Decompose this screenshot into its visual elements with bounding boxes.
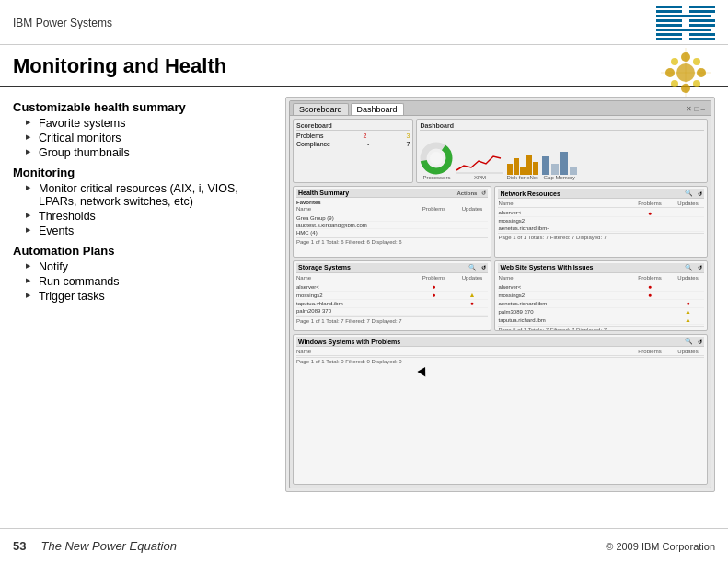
compliance-val: 7 <box>407 141 410 147</box>
net-row-3: aenetus.richard.ibm- <box>498 224 704 232</box>
prob-icon: ● <box>415 292 452 298</box>
search-icon[interactable]: 🔍 <box>685 190 693 197</box>
gap-label: Gap Memory <box>543 175 575 180</box>
disk-label: Disk for xNet <box>506 175 537 180</box>
scoreboard-panel-title: Scoreboard <box>296 122 410 131</box>
svg-point-8 <box>693 80 700 87</box>
disk-bars <box>507 147 538 175</box>
svg-point-13 <box>430 152 443 165</box>
problems-label: Problems <box>296 132 324 139</box>
section2-list: Monitor critical resources (AIX, i, VIOS… <box>13 181 271 238</box>
storage-header: Storage Systems 🔍 ↺ <box>296 263 488 273</box>
section1-title: Customizable health summary <box>13 100 271 114</box>
col-problems: Problems <box>415 275 452 281</box>
web-systems-panel: Web Site Systems With Issues 🔍 ↺ Name Pr… <box>494 260 708 332</box>
search-icon[interactable]: 🔍 <box>685 338 693 345</box>
list-item: Monitor critical resources (AIX, i, VIOS… <box>24 181 271 209</box>
health-row-1: Grea Group (9) <box>296 214 488 222</box>
dashboard-panel: Scoreboard Dashboard ✕ □ – Scoreboard Pr… <box>285 97 715 492</box>
scoreboard-tab[interactable]: Scoreboard <box>293 103 349 115</box>
compliance-label: Compliance <box>296 141 330 147</box>
row-name: laudtest.s.kirkland@ibm.com <box>296 223 411 228</box>
storage-row-1: alserver< ● <box>296 283 488 292</box>
search-icon[interactable]: 🔍 <box>468 264 477 271</box>
refresh-icon[interactable]: ↺ <box>698 339 702 345</box>
mid-panels-row: Health Summary Actions ↺ Favorites Name … <box>293 186 708 331</box>
close-icon[interactable]: ✕ □ – <box>686 105 708 113</box>
main-content: Customizable health summary Favorite sys… <box>0 97 728 492</box>
windows-header: Windows Systems with Problems 🔍 ↺ <box>296 337 704 347</box>
left-column: Customizable health summary Favorite sys… <box>13 97 271 492</box>
list-item: Thresholds <box>24 209 271 224</box>
right-panels: Network Resources 🔍 ↺ Name Problems Upda… <box>494 186 708 331</box>
problems-val1: 2 <box>364 132 367 139</box>
refresh-icon[interactable]: ↺ <box>481 190 486 196</box>
list-item: Run commands <box>24 274 271 289</box>
scoreboard-panel: Scoreboard Problems 2 3 Compliance - 7 <box>293 119 413 183</box>
storage-footer: Page 1 of 1 Total: 7 Filtered: 7 Display… <box>296 316 488 324</box>
web-footer: Page 5 of 1 Totals: 7 Filtered: 7 Displa… <box>498 326 704 332</box>
refresh-icon[interactable]: ↺ <box>698 190 702 197</box>
web-row-4: palm3089 370 ▲ <box>498 308 704 316</box>
storage-row-2: mossings2 ● ▲ <box>296 292 488 300</box>
health-row-2: laudtest.s.kirkland@ibm.com <box>296 222 488 229</box>
web-col-header: Name Problems Updates <box>498 275 704 282</box>
dashboard-tab[interactable]: Dashboard <box>351 103 404 115</box>
row-name: HMC (4) <box>296 230 411 236</box>
left-panels: Health Summary Actions ↺ Favorites Name … <box>293 186 491 331</box>
health-summary-title: Health Summary <box>298 190 349 196</box>
search-icon[interactable]: 🔍 <box>685 264 693 271</box>
page-title-bar: Monitoring and Health <box>0 45 728 87</box>
network-footer: Page 1 of 1 Totals: 7 Filtered: 7 Displa… <box>498 233 704 240</box>
health-summary-panel: Health Summary Actions ↺ Favorites Name … <box>293 186 491 258</box>
dashboard-body: Scoreboard Problems 2 3 Compliance - 7 <box>290 116 711 488</box>
col-problems: Problems <box>415 206 452 212</box>
windows-col-header: Name Problems Updates <box>296 349 704 356</box>
compliance-row: Compliance - 7 <box>296 141 410 147</box>
net-row-1: alserver< ● <box>498 209 704 217</box>
network-col-header: Name Problems Updates <box>498 201 704 208</box>
header: IBM Power Systems <box>0 0 728 45</box>
svg-point-6 <box>693 58 700 65</box>
col-name: Name <box>296 275 411 281</box>
page-number: 53 <box>13 539 26 553</box>
donut-svg <box>420 142 453 175</box>
storage-row-4: palm2089 370 <box>296 308 488 316</box>
processors-chart: Processors <box>420 142 453 180</box>
processors-label: Processors <box>422 175 450 180</box>
actions-label[interactable]: Actions <box>456 190 477 196</box>
health-summary-header: Health Summary Actions ↺ <box>296 189 488 198</box>
section2-title: Monitoring <box>13 166 271 179</box>
health-row-3: HMC (4) <box>296 229 488 236</box>
dashboard-charts-panel: Dashboard Processors <box>416 119 708 183</box>
web-title: Web Site Systems With Issues <box>500 264 593 270</box>
section3-list: Notify Run commands Trigger tasks <box>13 259 271 304</box>
dashboard-outer: Scoreboard Dashboard ✕ □ – Scoreboard Pr… <box>289 100 711 488</box>
refresh-icon[interactable]: ↺ <box>698 264 702 270</box>
web-row-3: aenetus.richard.ibm ● <box>498 300 704 308</box>
storage-title: Storage Systems <box>298 264 351 270</box>
xpm-label: XPM <box>474 175 486 180</box>
windows-footer: Page 1 of 1 Total: 0 Filtered: 0 Display… <box>296 357 704 364</box>
storage-row-3: taputua.vhland.ibm ● <box>296 300 488 308</box>
storage-col-header: Name Problems Updates <box>296 275 488 282</box>
copyright: © 2009 IBM Corporation <box>606 541 715 552</box>
gap-bars <box>542 147 577 175</box>
svg-point-7 <box>671 80 678 87</box>
windows-systems-panel: Windows Systems with Problems 🔍 ↺ Name P… <box>293 334 708 485</box>
col-updates: Updates <box>456 275 488 281</box>
page-title: Monitoring and Health <box>13 54 226 77</box>
health-col-header: Name Problems Updates <box>296 206 488 213</box>
top-panels-row: Scoreboard Problems 2 3 Compliance - 7 <box>293 119 708 183</box>
dashboard-panel-title: Dashboard <box>420 122 704 131</box>
refresh-icon[interactable]: ↺ <box>481 264 486 270</box>
list-item: Trigger tasks <box>24 289 271 304</box>
web-row-2: mossings2 ● <box>498 292 704 300</box>
disk-chart: Disk for xNet <box>506 147 537 180</box>
xpm-chart: XPM <box>456 147 503 180</box>
header-title: IBM Power Systems <box>13 17 112 29</box>
problems-row: Problems 2 3 <box>296 132 410 139</box>
list-item: Critical monitors <box>24 131 271 145</box>
problems-val2: 3 <box>407 132 410 139</box>
list-item: Favorite systems <box>24 116 271 131</box>
